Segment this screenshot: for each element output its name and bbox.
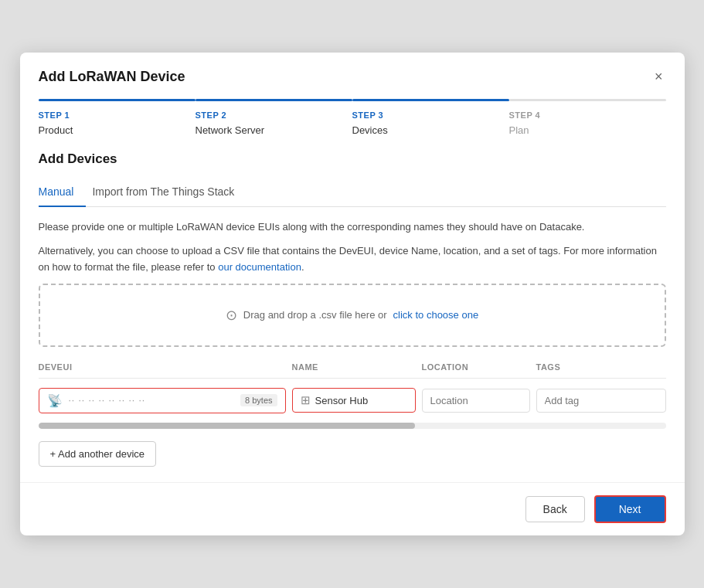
location-input[interactable]	[422, 389, 530, 413]
close-button[interactable]: ×	[651, 66, 666, 87]
step-3-name: Devices	[352, 124, 509, 136]
dropzone[interactable]: ⊙ Drag and drop a .csv file here or clic…	[39, 284, 666, 347]
step-4-name: Plan	[509, 124, 666, 136]
section-title: Add Devices	[39, 151, 666, 167]
step-4-bar	[509, 99, 666, 101]
step-2-number: STEP 2	[196, 110, 352, 120]
eui-value: ·· ·· ·· ·· ·· ·· ·· ··	[69, 395, 146, 406]
device-icon: ⊞	[301, 393, 311, 407]
col-name: NAME	[292, 362, 416, 372]
deveui-cell[interactable]: 📡 ·· ·· ·· ·· ·· ·· ·· ·· 8 bytes	[39, 388, 286, 413]
step-3-number: STEP 3	[352, 110, 509, 120]
table-header: DEVEUI NAME LOCATION TAGS	[39, 362, 666, 379]
wifi-icon: 📡	[47, 393, 63, 408]
location-cell[interactable]	[422, 389, 530, 413]
tags-cell[interactable]	[536, 389, 666, 413]
col-location: LOCATION	[422, 362, 530, 372]
step-1-number: STEP 1	[39, 110, 196, 120]
bytes-badge: 8 bytes	[240, 394, 277, 406]
modal-footer: Back Next	[20, 482, 685, 535]
table-row: 📡 ·· ·· ·· ·· ·· ·· ·· ·· 8 bytes ⊞ Sens…	[39, 382, 666, 420]
step-4: STEP 4 Plan	[509, 99, 666, 136]
horizontal-scrollbar[interactable]	[39, 423, 666, 429]
step-3-bar	[352, 99, 509, 101]
steps-container: STEP 1 Product STEP 2 Network Server STE…	[20, 87, 685, 136]
name-cell[interactable]: ⊞ Sensor Hub	[292, 388, 416, 413]
step-1-name: Product	[39, 124, 196, 136]
tab-manual[interactable]: Manual	[39, 179, 87, 207]
next-button[interactable]: Next	[594, 495, 666, 523]
modal-title: Add LoRaWAN Device	[39, 69, 185, 85]
step-1-bar	[39, 99, 196, 101]
description-2: Alternatively, you can choose to upload …	[39, 243, 666, 276]
modal: Add LoRaWAN Device × STEP 1 Product STEP…	[20, 53, 685, 535]
step-4-number: STEP 4	[509, 110, 666, 120]
documentation-link[interactable]: our documentation	[218, 261, 301, 273]
description-1: Please provide one or multiple LoRaWAN d…	[39, 219, 666, 236]
tags-input[interactable]	[536, 389, 666, 413]
tab-import[interactable]: Import from The Things Stack	[92, 179, 247, 207]
dropzone-text: Drag and drop a .csv file here or	[243, 309, 387, 321]
col-tags: TAGS	[536, 362, 666, 372]
device-name: Sensor Hub	[315, 395, 369, 406]
step-2-name: Network Server	[196, 124, 352, 136]
modal-body: Add Devices Manual Import from The Thing…	[20, 136, 685, 481]
dropzone-click-link[interactable]: click to choose one	[393, 309, 479, 321]
step-3: STEP 3 Devices	[352, 99, 509, 136]
step-1: STEP 1 Product	[39, 99, 196, 136]
upload-icon: ⊙	[226, 307, 237, 324]
tabs-container: Manual Import from The Things Stack	[39, 179, 666, 207]
step-2-bar	[196, 99, 352, 101]
step-2: STEP 2 Network Server	[196, 99, 352, 136]
back-button[interactable]: Back	[525, 496, 585, 522]
col-deveui: DEVEUI	[39, 362, 286, 372]
add-device-button[interactable]: + Add another device	[39, 441, 157, 467]
modal-header: Add LoRaWAN Device ×	[20, 53, 685, 87]
scrollbar-thumb	[39, 423, 415, 429]
